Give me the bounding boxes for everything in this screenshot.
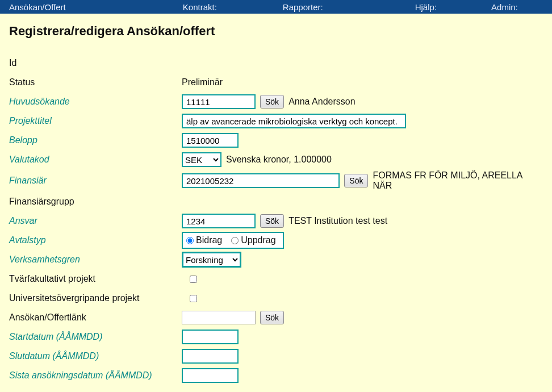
avtalstyp-radio-group: Bidrag Uppdrag: [182, 232, 284, 249]
sistaansokan-input[interactable]: [182, 368, 239, 383]
status-value: Preliminär: [182, 77, 223, 87]
radio-bidrag[interactable]: [186, 237, 194, 244]
ansvar-desc: TEST Institution test test: [288, 216, 387, 226]
label-id: Id: [9, 58, 182, 68]
radio-bidrag-label: Bidrag: [196, 235, 222, 245]
verksamhetsgren-select[interactable]: Forskning: [182, 252, 241, 268]
label-finansiarsgrupp: Finansiärsgrupp: [9, 197, 182, 207]
label-ansokanlank: Ansökan/Offertlänk: [9, 312, 182, 323]
page-title: Registrera/redigera Ansökan/offert: [9, 24, 543, 39]
ansokanlank-sok-button[interactable]: Sök: [260, 311, 284, 324]
startdatum-input[interactable]: [182, 330, 239, 344]
ansvar-input[interactable]: [182, 214, 256, 228]
label-startdatum: Startdatum (ÅÅMMDD): [9, 332, 182, 342]
finansiar-input[interactable]: [182, 173, 340, 188]
nav-hjalp[interactable]: Hjälp:: [411, 2, 441, 12]
top-navbar: Ansökan/Offert Kontrakt: Rapporter: Hjäl…: [0, 0, 552, 14]
nav-kontrakt[interactable]: Kontrakt:: [178, 2, 221, 12]
label-valutakod: Valutakod: [9, 155, 182, 165]
label-status: Status: [9, 77, 182, 87]
tvar-checkbox[interactable]: [190, 276, 197, 283]
finansiar-sok-button[interactable]: Sök: [344, 174, 368, 187]
label-tvar: Tvärfakultativt projekt: [9, 274, 182, 284]
label-univ: Universitetsövergripande projekt: [9, 293, 182, 303]
nav-admin[interactable]: Admin:: [487, 2, 522, 12]
radio-uppdrag[interactable]: [231, 237, 239, 244]
ansokanlank-input[interactable]: [182, 311, 256, 324]
content-area: Registrera/redigera Ansökan/offert Id St…: [0, 14, 552, 392]
finansiar-desc: FORMAS FR FÖR MILJÖ, AREELLA NÄR: [373, 170, 543, 191]
univ-checkbox[interactable]: [190, 295, 197, 302]
label-slutdatum: Slutdatum (ÅÅMMDD): [9, 351, 182, 361]
huvudsokande-sok-button[interactable]: Sök: [260, 95, 284, 109]
label-sistaansokan: Sista ansökningsdatum (ÅÅMMDD): [9, 370, 182, 381]
label-finansiar: Finansiär: [9, 176, 182, 186]
label-ansvar: Ansvar: [9, 216, 182, 226]
label-belopp: Belopp: [9, 135, 182, 145]
nav-ansokan-offert[interactable]: Ansökan/Offert: [5, 2, 70, 12]
valutakod-desc: Svenska kronor, 1.000000: [226, 155, 332, 165]
slutdatum-input[interactable]: [182, 349, 239, 364]
label-projekttitel: Projekttitel: [9, 116, 182, 126]
ansvar-sok-button[interactable]: Sök: [260, 214, 284, 228]
valutakod-select[interactable]: SEK: [182, 152, 221, 167]
label-avtalstyp: Avtalstyp: [9, 235, 182, 245]
radio-uppdrag-label: Uppdrag: [241, 235, 275, 245]
label-huvudsokande: Huvudsökande: [9, 97, 182, 107]
label-verksamhetsgren: Verksamhetsgren: [9, 255, 182, 265]
nav-rapporter[interactable]: Rapporter:: [278, 2, 328, 12]
belopp-input[interactable]: [182, 133, 239, 148]
huvudsokande-name: Anna Andersson: [288, 97, 355, 107]
huvudsokande-input[interactable]: [182, 94, 256, 109]
projekttitel-input[interactable]: [182, 114, 406, 128]
